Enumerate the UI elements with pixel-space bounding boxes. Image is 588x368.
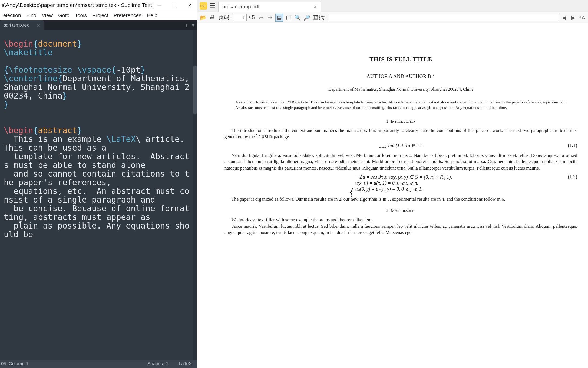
- status-spaces[interactable]: Spaces: 2: [142, 361, 173, 367]
- main-p1: We interleave text filler with some exam…: [224, 217, 577, 223]
- intro-p2: Nam dui ligula, fringilla a, euismod sod…: [224, 152, 577, 171]
- eqn-number: (1.1): [568, 143, 577, 148]
- editor[interactable]: \begin{document} \maketitle {\footnotesi…: [0, 30, 197, 360]
- next-page-icon[interactable]: ⇨: [266, 14, 274, 22]
- tab-dropdown-icon[interactable]: ▾: [192, 22, 194, 28]
- sublime-window: s\Andy\Desktop\paper temp en\amsart temp…: [0, 0, 197, 368]
- equation-1-2: { − Δu = cos 3x sin πy, (x, y) ∈ G = (0,…: [224, 174, 577, 193]
- print-icon[interactable]: 🖶: [208, 14, 216, 22]
- prev-page-icon[interactable]: ⇦: [257, 14, 265, 22]
- find-next-icon[interactable]: ▶: [569, 14, 577, 22]
- section-2-heading: 2. Main results: [224, 208, 577, 213]
- intro-p3: The paper is organized as follows. Our m…: [224, 196, 577, 203]
- main-p2: Fusce mauris. Vestibulum luctus nibh at …: [224, 223, 577, 236]
- paper-title: THIS IS FULL TITLE: [224, 56, 577, 63]
- menu-goto[interactable]: Goto: [55, 11, 72, 19]
- tab-label: sart temp.tex: [4, 23, 29, 28]
- page-label: 页码:: [219, 14, 231, 21]
- menu-help[interactable]: Help: [144, 11, 160, 19]
- pdf-viewer: PDF ☰ amsart temp.pdf × 📂 🖶 页码: / 5 ⇦ ⇨ …: [197, 0, 588, 368]
- fit-width-icon[interactable]: ⬓: [275, 14, 283, 22]
- pdf-tab-label: amsart temp.pdf: [222, 4, 259, 10]
- pdf-tab-close-icon[interactable]: ×: [313, 4, 317, 10]
- intro-p1: The introduction introduces the context …: [224, 127, 577, 140]
- paper-abstract: Abstract. This is an example LᴬTᴇX artic…: [235, 99, 566, 110]
- menu-selection[interactable]: election: [1, 11, 24, 19]
- abstract-label: Abstract.: [235, 100, 253, 104]
- page-input[interactable]: [233, 14, 247, 21]
- paper-authors: AUTHOR A AND AUTHOR B *: [224, 74, 577, 79]
- match-case-icon[interactable]: ᵃA: [578, 14, 586, 22]
- tabbar: sart temp.tex × + ▾: [0, 20, 197, 30]
- menu-find[interactable]: Find: [24, 11, 39, 19]
- window-buttons: ─ ☐ ✕: [152, 0, 197, 11]
- code-content[interactable]: \begin{document} \maketitle {\footnotesi…: [0, 30, 197, 242]
- editor-scrollbar[interactable]: [193, 30, 197, 360]
- pdf-app-icon[interactable]: PDF: [200, 2, 207, 10]
- pdf-canvas[interactable]: THIS IS FULL TITLE AUTHOR A AND AUTHOR B…: [197, 23, 588, 368]
- statusbar: 05, Column 1 Spaces: 2 LaTeX: [0, 360, 197, 368]
- paper-dept: Department of Mathematics, Shanghai Norm…: [224, 87, 577, 92]
- tabbar-controls: + ▾: [185, 22, 197, 28]
- section-1-heading: 1. Introduction: [224, 119, 577, 124]
- hamburger-icon[interactable]: ☰: [209, 2, 216, 10]
- abstract-text: This is an example LᴬTᴇX article. This c…: [235, 100, 566, 110]
- pdf-toolbar: 📂 🖶 页码: / 5 ⇦ ⇨ ⬓ ⬚ 🔍 🔎 查找: ◀ ▶ ᵃA: [197, 12, 588, 23]
- window-title: s\Andy\Desktop\paper temp en\amsart temp…: [0, 2, 152, 8]
- open-icon[interactable]: 📂: [199, 14, 207, 22]
- maximize-button[interactable]: ☐: [167, 0, 182, 11]
- minimize-button[interactable]: ─: [152, 0, 167, 11]
- page-total: / 5: [249, 14, 255, 21]
- menu-tools[interactable]: Tools: [72, 11, 90, 19]
- new-tab-icon[interactable]: +: [185, 22, 188, 28]
- pdf-tab[interactable]: amsart temp.pdf ×: [218, 2, 321, 12]
- find-prev-icon[interactable]: ◀: [560, 14, 568, 22]
- status-position[interactable]: 05, Column 1: [0, 361, 142, 367]
- menu-project[interactable]: Project: [90, 11, 111, 19]
- equation-1-1: n→∞ lim (1 + 1/n)ⁿ = e (1.1): [224, 143, 577, 149]
- fit-page-icon[interactable]: ⬚: [285, 14, 293, 22]
- status-syntax[interactable]: LaTeX: [173, 361, 197, 367]
- titlebar: s\Andy\Desktop\paper temp en\amsart temp…: [0, 0, 197, 11]
- pdf-tabbar: PDF ☰ amsart temp.pdf ×: [197, 0, 588, 12]
- zoom-out-icon[interactable]: 🔍: [294, 14, 302, 22]
- pdf-page: THIS IS FULL TITLE AUTHOR A AND AUTHOR B…: [197, 23, 588, 368]
- menu-preferences[interactable]: Preferences: [111, 11, 144, 19]
- zoom-in-icon[interactable]: 🔎: [303, 14, 311, 22]
- close-button[interactable]: ✕: [182, 0, 197, 11]
- scroll-thumb[interactable]: [193, 66, 197, 114]
- find-label: 查找:: [313, 14, 326, 21]
- menu-view[interactable]: View: [39, 11, 55, 19]
- tab-close-icon[interactable]: ×: [37, 22, 40, 28]
- file-tab[interactable]: sart temp.tex ×: [0, 20, 44, 30]
- find-input[interactable]: [329, 14, 559, 21]
- eqn-number: (1.2): [568, 174, 577, 180]
- menubar: election Find View Goto Tools Project Pr…: [0, 11, 197, 20]
